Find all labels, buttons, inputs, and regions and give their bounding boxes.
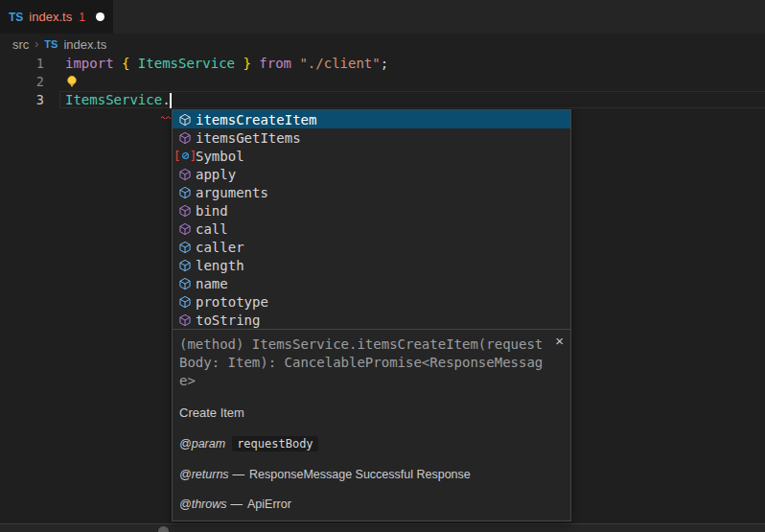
suggestion-item[interactable]: prototype — [173, 292, 570, 311]
identifier-token: ItemsService — [65, 91, 162, 109]
code-area: 1 import{ItemsService}from"./client"; 2 … — [0, 55, 765, 109]
param-name-chip: requestBody — [232, 436, 317, 451]
line-number: 2 — [0, 73, 44, 91]
suggestion-label: apply — [196, 167, 236, 182]
code-line-content[interactable] — [44, 73, 79, 91]
semicolon-token: ; — [381, 55, 388, 73]
method-icon — [177, 312, 193, 328]
suggestion-label: itemsGetItems — [196, 130, 301, 146]
throws-text: ApiError — [247, 497, 291, 511]
field-icon — [177, 276, 193, 291]
code-line-2: 2 — [0, 73, 765, 91]
suggestion-item[interactable]: apply — [173, 165, 570, 183]
chevron-right-icon: › — [35, 37, 38, 51]
suggestion-label: caller — [196, 240, 244, 255]
text-cursor — [170, 93, 172, 108]
keyword-token: import — [65, 55, 114, 73]
suggestion-item[interactable]: itemsGetItems — [173, 128, 570, 147]
suggestion-list: itemsCreateItem itemsGetItems [] Symbol … — [173, 110, 570, 329]
brace-token: } — [243, 55, 250, 73]
breadcrumb-folder[interactable]: src — [12, 37, 29, 52]
method-icon — [177, 203, 193, 219]
dash-separator: — — [231, 497, 243, 511]
method-icon — [177, 221, 193, 237]
suggestion-item[interactable]: bind — [173, 201, 570, 220]
doc-returns-line: @returns — ResponseMessage Successful Re… — [179, 468, 563, 481]
param-tag: @param — [179, 437, 225, 451]
suggestion-label: itemsCreateItem — [196, 112, 316, 127]
suggestion-label: toString — [196, 312, 260, 328]
typescript-file-icon: TS — [9, 11, 23, 24]
symbol-icon: [] — [177, 149, 193, 164]
suggestion-label: call — [196, 221, 228, 237]
code-line-content[interactable]: import{ItemsService}from"./client"; — [44, 55, 388, 73]
code-line-3: 3 ItemsService. — [0, 91, 765, 109]
doc-throws-line: @throws — ApiError — [179, 497, 563, 511]
line-number: 3 — [0, 91, 44, 109]
suggestion-item[interactable]: [] Symbol — [173, 147, 570, 165]
suggestion-item[interactable]: call — [173, 220, 570, 238]
field-icon — [177, 185, 193, 200]
doc-summary: Create Item — [179, 405, 563, 420]
method-icon — [177, 167, 193, 182]
suggestion-item[interactable]: arguments — [173, 183, 570, 201]
vscode-editor-window: TS index.ts 1 src › TS index.ts 1 import… — [0, 0, 765, 532]
returns-text: ResponseMessage Successful Response — [249, 468, 471, 481]
suggestion-label: length — [196, 258, 244, 273]
suggestion-label: prototype — [196, 294, 268, 310]
panel-divider — [0, 523, 765, 532]
brace-token: { — [122, 55, 129, 73]
method-icon — [177, 112, 193, 127]
suggestion-label: bind — [196, 203, 228, 219]
field-icon — [177, 240, 193, 255]
identifier-token: ItemsService — [138, 55, 235, 73]
suggestion-item[interactable]: caller — [173, 238, 570, 256]
keyword-token: from — [259, 55, 291, 73]
tab-index-ts[interactable]: TS index.ts 1 — [0, 0, 113, 34]
code-line-1: 1 import{ItemsService}from"./client"; — [0, 55, 765, 73]
string-token: "./client" — [299, 55, 380, 73]
modified-dot-icon[interactable] — [96, 12, 104, 21]
throws-tag: @throws — [179, 497, 227, 511]
breadcrumb-file[interactable]: index.ts — [63, 37, 106, 52]
line-number: 1 — [0, 55, 44, 73]
field-icon — [177, 258, 193, 273]
suggestion-details-pane: × (method) ItemsService.itemsCreateItem(… — [173, 329, 570, 520]
suggestion-item[interactable]: toString — [173, 311, 570, 329]
code-line-content[interactable]: ItemsService. — [44, 91, 171, 109]
tab-error-count: 1 — [79, 11, 85, 24]
breadcrumb: src › TS index.ts — [0, 34, 765, 55]
suggestion-label: name — [196, 276, 228, 291]
doc-param-line: @param requestBody — [179, 436, 563, 451]
field-icon — [177, 294, 193, 310]
suggestion-item[interactable]: length — [173, 256, 570, 274]
dash-separator: — — [233, 468, 245, 481]
suggestion-item[interactable]: itemsCreateItem — [173, 110, 570, 128]
intellisense-suggest-widget: itemsCreateItem itemsGetItems [] Symbol … — [172, 109, 571, 521]
close-icon[interactable]: × — [555, 334, 564, 348]
typescript-file-icon: TS — [44, 38, 58, 50]
suggestion-label: arguments — [196, 185, 268, 200]
tab-bar: TS index.ts 1 — [0, 0, 765, 34]
suggestion-item[interactable]: name — [173, 274, 570, 292]
returns-tag: @returns — [179, 468, 229, 481]
method-signature: (method) ItemsService.itemsCreateItem(re… — [179, 335, 547, 390]
tab-title: index.ts — [29, 10, 72, 24]
method-icon — [177, 130, 193, 146]
suggestion-label: Symbol — [196, 149, 244, 164]
panel-knob-icon[interactable] — [158, 526, 169, 532]
